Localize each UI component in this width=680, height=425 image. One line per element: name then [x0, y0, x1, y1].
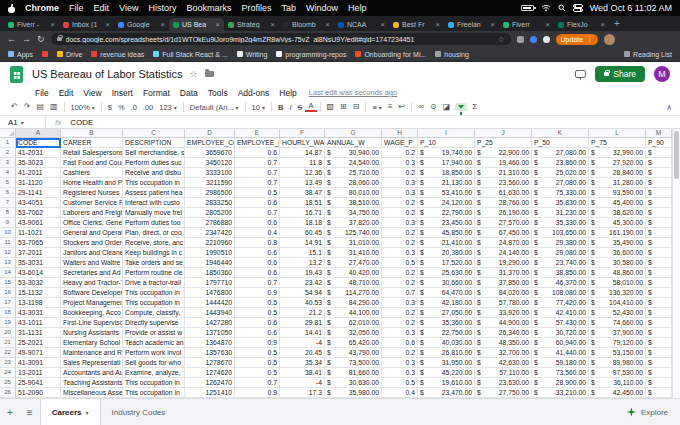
- cell[interactable]: $59,180.00: [532, 358, 589, 368]
- cell[interactable]: $23,860.00: [532, 158, 589, 168]
- cell[interactable]: 18.51: [280, 198, 325, 208]
- cell[interactable]: 1797710: [185, 278, 235, 288]
- cell[interactable]: 0.6: [235, 268, 280, 278]
- browser-tab[interactable]: Inbox (1×: [59, 18, 114, 31]
- row-header[interactable]: 9: [0, 218, 16, 228]
- cell[interactable]: 0.4: [382, 388, 418, 398]
- cell[interactable]: $27,920.00: [589, 158, 646, 168]
- cell[interactable]: 1371050: [185, 328, 235, 338]
- row-header[interactable]: 6: [0, 188, 16, 198]
- cell[interactable]: $28,900.00: [532, 378, 589, 388]
- cell[interactable]: $: [646, 318, 672, 328]
- cell[interactable]: Sell goods for who: [123, 358, 185, 368]
- fill-color-icon[interactable]: ▧: [324, 103, 338, 111]
- cell[interactable]: Waiters and Waitre: [61, 258, 123, 268]
- cell[interactable]: 0.7: [235, 278, 280, 288]
- cell[interactable]: This occupation in: [123, 178, 185, 188]
- cell[interactable]: $75,330.00: [532, 188, 589, 198]
- row-header[interactable]: 17: [0, 298, 16, 308]
- cell[interactable]: $79,120.00: [589, 338, 646, 348]
- row-header[interactable]: 21: [0, 338, 16, 348]
- cell[interactable]: Office Clerks, Gene: [61, 218, 123, 228]
- cell[interactable]: 12.36: [280, 168, 325, 178]
- cell[interactable]: This occupation in: [123, 288, 185, 298]
- row-header[interactable]: 14: [0, 268, 16, 278]
- undo-icon[interactable]: ↶: [8, 103, 21, 111]
- cell[interactable]: 0.2: [382, 148, 418, 158]
- cell[interactable]: $: [646, 308, 672, 318]
- sheets-menu-help[interactable]: Help: [274, 88, 301, 98]
- cell[interactable]: 1274620: [185, 368, 235, 378]
- cell[interactable]: 0.3: [382, 328, 418, 338]
- cell[interactable]: 43-3031: [16, 308, 61, 318]
- increase-decimals-button[interactable]: .00: [140, 103, 156, 112]
- wifi-icon[interactable]: [541, 4, 551, 12]
- cell[interactable]: 41-2031: [16, 148, 61, 158]
- cell[interactable]: 43-1011: [16, 318, 61, 328]
- cell[interactable]: 0.5: [235, 308, 280, 318]
- star-document-icon[interactable]: ☆: [189, 69, 197, 79]
- browser-tab[interactable]: Google×: [114, 18, 169, 31]
- cell[interactable]: $24,540.00: [325, 158, 382, 168]
- menu-item-edit[interactable]: Edit: [94, 3, 110, 13]
- name-box[interactable]: A1 ▾: [0, 116, 46, 128]
- sheets-menu-edit[interactable]: Edit: [54, 88, 79, 98]
- row-header[interactable]: 8: [0, 208, 16, 218]
- spotlight-search-icon[interactable]: [558, 4, 566, 12]
- cell[interactable]: 54.94: [280, 288, 325, 298]
- cell[interactable]: 11.8: [280, 158, 325, 168]
- cell[interactable]: 51-2090: [16, 388, 61, 398]
- cell[interactable]: $48,860.00: [589, 268, 646, 278]
- cell[interactable]: $: [646, 158, 672, 168]
- cell[interactable]: $53,150.00: [589, 348, 646, 358]
- browser-tab[interactable]: Fiverr -×: [4, 18, 59, 31]
- cell[interactable]: 1364870: [185, 338, 235, 348]
- cell[interactable]: $40,420.00: [325, 268, 382, 278]
- cell[interactable]: 0.5: [235, 358, 280, 368]
- cell[interactable]: 53-7065: [16, 238, 61, 248]
- cell[interactable]: $35,980.00: [325, 388, 382, 398]
- cell[interactable]: 0.3: [382, 248, 418, 258]
- cell[interactable]: Plan, direct, or coo: [123, 228, 185, 238]
- cell[interactable]: $30,720.00: [532, 328, 589, 338]
- cell[interactable]: Perform duties suc: [123, 158, 185, 168]
- column-header-d[interactable]: D: [185, 129, 235, 138]
- cell[interactable]: 31-1131: [16, 328, 61, 338]
- cell[interactable]: 0.4: [235, 228, 280, 238]
- cell[interactable]: $: [646, 248, 672, 258]
- column-header-f[interactable]: F: [280, 129, 325, 138]
- row-header[interactable]: 2: [0, 148, 16, 158]
- row-header[interactable]: 5: [0, 178, 16, 188]
- cell[interactable]: $21,310.00: [475, 168, 532, 178]
- tab-close-icon[interactable]: ×: [50, 21, 55, 29]
- cell[interactable]: 1427280: [185, 318, 235, 328]
- column-header-b[interactable]: B: [61, 129, 123, 138]
- battery-icon[interactable]: [521, 5, 534, 11]
- cell[interactable]: $81,660.00: [325, 368, 382, 378]
- cell[interactable]: 41-2011: [16, 168, 61, 178]
- cell[interactable]: Teach academic an: [123, 338, 185, 348]
- cell[interactable]: $36,600.00: [589, 248, 646, 258]
- cell[interactable]: $97,530.00: [589, 368, 646, 378]
- row-header[interactable]: 23: [0, 358, 16, 368]
- row-header[interactable]: 15: [0, 278, 16, 288]
- cell[interactable]: 1357630: [185, 348, 235, 358]
- cell[interactable]: 0.6: [235, 328, 280, 338]
- cell[interactable]: $: [646, 188, 672, 198]
- cell[interactable]: Accountants and Au: [61, 368, 123, 378]
- collapse-toolbar-icon[interactable]: ∧: [666, 103, 672, 112]
- cell[interactable]: $19,740.00: [418, 148, 475, 158]
- cell[interactable]: $38,620.00: [589, 208, 646, 218]
- column-header-m[interactable]: M: [646, 129, 672, 138]
- cell[interactable]: $30,660.00: [418, 278, 475, 288]
- cell[interactable]: 0.5: [235, 298, 280, 308]
- cell[interactable]: 1251410: [185, 388, 235, 398]
- cell[interactable]: $: [646, 268, 672, 278]
- insert-link-icon[interactable]: ∞: [415, 103, 427, 111]
- cell[interactable]: Cashiers: [61, 168, 123, 178]
- row-header[interactable]: 10: [0, 228, 16, 238]
- sheet-tab-careers[interactable]: Careers▾: [40, 399, 101, 425]
- cell[interactable]: 38.47: [280, 188, 325, 198]
- bookmark-item[interactable]: revenue ideas: [91, 51, 144, 58]
- row-header[interactable]: 19: [0, 318, 16, 328]
